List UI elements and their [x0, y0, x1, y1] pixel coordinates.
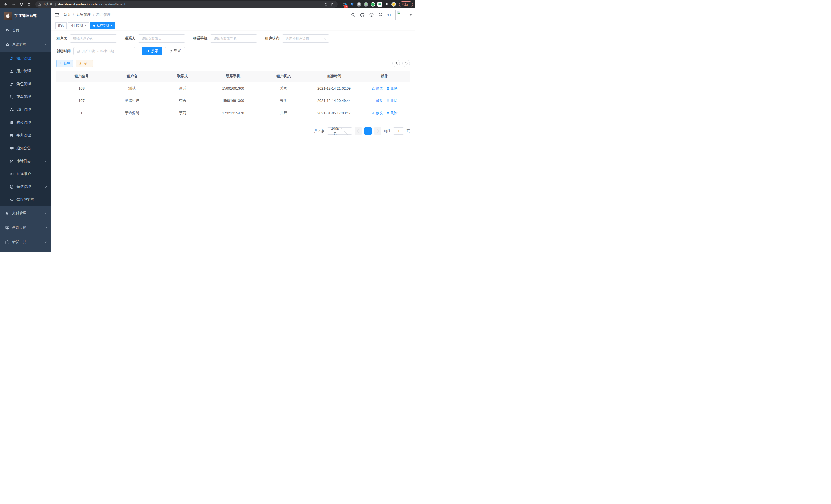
browser-menu-icon[interactable] [409, 3, 410, 6]
github-link[interactable] [360, 12, 365, 18]
status-placeholder: 请选择租户状态 [285, 36, 324, 41]
site-security[interactable]: 不安全 [38, 2, 53, 6]
sidebar-item-infrastructure[interactable]: 基础设施 [0, 220, 51, 235]
sidebar-item-dict[interactable]: 字典管理 [0, 129, 51, 142]
address-bar[interactable]: 不安全 dashboard.yudao.iocoder.cn/system/te… [35, 1, 338, 8]
extension-recorder[interactable] [364, 2, 368, 7]
sidebar-item-dev-tools[interactable]: 研发工具 [0, 235, 51, 249]
navbar-actions: TT [350, 9, 412, 20]
update-label: 更新 [402, 2, 408, 6]
sidebar-item-online-users[interactable]: 在线用户 [0, 168, 51, 180]
browser-update-button[interactable]: 更新 [399, 1, 413, 7]
font-size-button[interactable]: TT [388, 12, 391, 17]
extension-puzzle[interactable] [384, 2, 389, 7]
close-icon[interactable]: × [85, 24, 86, 28]
col-status: 租户状态 [258, 71, 309, 82]
table-row: 108 测试 测试 15601691300 关闭 2021-12-14 21:0… [56, 82, 410, 94]
sidebar-item-label: 通知公告 [17, 146, 47, 151]
cell-tenant-name: 芋道源码 [107, 107, 157, 119]
fullscreen-button[interactable] [378, 12, 383, 18]
export-button[interactable]: 导出 [76, 60, 93, 67]
trash-icon [386, 87, 390, 90]
prev-page-button[interactable] [354, 127, 362, 135]
tenant-name-input[interactable] [70, 34, 117, 42]
edit-link[interactable]: 修改 [372, 98, 382, 103]
sidebar-item-post[interactable]: 岗位管理 [0, 116, 51, 129]
page-size-select[interactable]: 10条/页 [327, 127, 352, 135]
sidebar-item-sms[interactable]: 短信管理 [0, 180, 51, 193]
sidebar-item-menu[interactable]: 菜单管理 [0, 90, 51, 103]
browser-reload-button[interactable] [18, 1, 25, 8]
extension-pin[interactable] [350, 2, 354, 7]
sidebar-item-system[interactable]: 系统管理 [0, 37, 51, 52]
status-select[interactable]: 请选择租户状态 [282, 34, 329, 42]
gear-icon [5, 42, 9, 47]
bookmark-button[interactable] [329, 1, 335, 7]
extension-emoji[interactable] [391, 2, 396, 7]
reset-button[interactable]: 重置 [165, 47, 185, 55]
briefcase-icon [5, 240, 9, 244]
chevron-left-icon [357, 129, 360, 132]
sidebar-item-label: 部门管理 [17, 108, 47, 112]
avatar-caret-icon[interactable] [409, 14, 412, 16]
question-icon [369, 12, 374, 17]
sidebar-item-error-code[interactable]: 错误码管理 [0, 193, 51, 206]
sidebar-item-dept[interactable]: 部门管理 [0, 103, 51, 116]
extensions-strip: 10 Y [343, 2, 396, 7]
error-code-icon [9, 198, 14, 202]
edit-link[interactable]: 修改 [372, 86, 382, 91]
sidebar-logo[interactable]: 芋道管理系统 [0, 8, 51, 23]
user-avatar[interactable] [396, 9, 405, 20]
close-icon[interactable]: × [111, 24, 112, 28]
browser-back-button[interactable] [3, 1, 9, 8]
sidebar-item-payment[interactable]: 支付管理 [0, 206, 51, 220]
share-button[interactable] [323, 1, 329, 7]
extension-command[interactable] [357, 2, 361, 7]
show-search-toggle-button[interactable] [392, 60, 400, 67]
tenant-users-icon [9, 56, 14, 61]
sidebar-item-role[interactable]: 角色管理 [0, 78, 51, 90]
header-search-button[interactable] [350, 12, 355, 18]
delete-link[interactable]: 删除 [386, 111, 397, 115]
org-chart-icon [9, 108, 14, 112]
plus-icon [59, 62, 62, 65]
delete-link[interactable]: 删除 [386, 86, 397, 91]
sidebar-item-user[interactable]: 用户管理 [0, 65, 51, 78]
tab-home[interactable]: 首页 [55, 22, 66, 29]
breadcrumb-system[interactable]: 系统管理 [76, 12, 91, 17]
breadcrumb-home[interactable]: 首页 [63, 12, 71, 17]
extension-tampermonkey[interactable]: 10 [343, 2, 347, 7]
create-time-range-picker[interactable]: 开始日期 - 结束日期 [74, 47, 135, 55]
sidebar-item-home[interactable]: 首页 [0, 23, 51, 37]
mobile-input[interactable] [210, 34, 257, 42]
sidebar-item-notice[interactable]: 通知公告 [0, 142, 51, 155]
roles-icon [9, 82, 14, 86]
refresh-table-button[interactable] [402, 60, 410, 67]
tab-dept[interactable]: 部门管理 × [68, 22, 89, 29]
url-path: /system/tenant [103, 2, 125, 6]
sidebar-item-label: 租户管理 [17, 56, 47, 61]
contact-input[interactable] [138, 34, 185, 42]
breadcrumb-current: 租户管理 [96, 12, 111, 17]
help-button[interactable] [369, 12, 374, 18]
search-button[interactable]: 搜索 [142, 47, 163, 55]
edit-link[interactable]: 修改 [372, 111, 382, 115]
delete-link[interactable]: 删除 [386, 98, 397, 103]
extension-chat[interactable] [377, 2, 382, 7]
extension-yuque[interactable]: Y [371, 2, 375, 7]
browser-forward-button[interactable] [10, 1, 17, 8]
next-page-button[interactable] [374, 127, 381, 135]
add-button[interactable]: 新增 [56, 60, 73, 67]
sidebar-item-tenant[interactable]: 租户管理 [0, 52, 51, 65]
chevron-up-icon [44, 43, 47, 46]
sidebar-item-audit-log[interactable]: 审计日志 [0, 155, 51, 168]
browser-home-button[interactable] [26, 1, 32, 8]
user-icon [9, 69, 14, 73]
search-icon [395, 62, 398, 65]
breadcrumb-separator: / [93, 13, 94, 17]
tab-tenant[interactable]: 租户管理 × [90, 22, 115, 29]
current-page-button[interactable]: 1 [364, 127, 372, 135]
sidebar-item-label: 用户管理 [17, 69, 47, 73]
goto-page-input[interactable] [393, 127, 404, 135]
sidebar-fold-icon[interactable] [54, 12, 59, 18]
